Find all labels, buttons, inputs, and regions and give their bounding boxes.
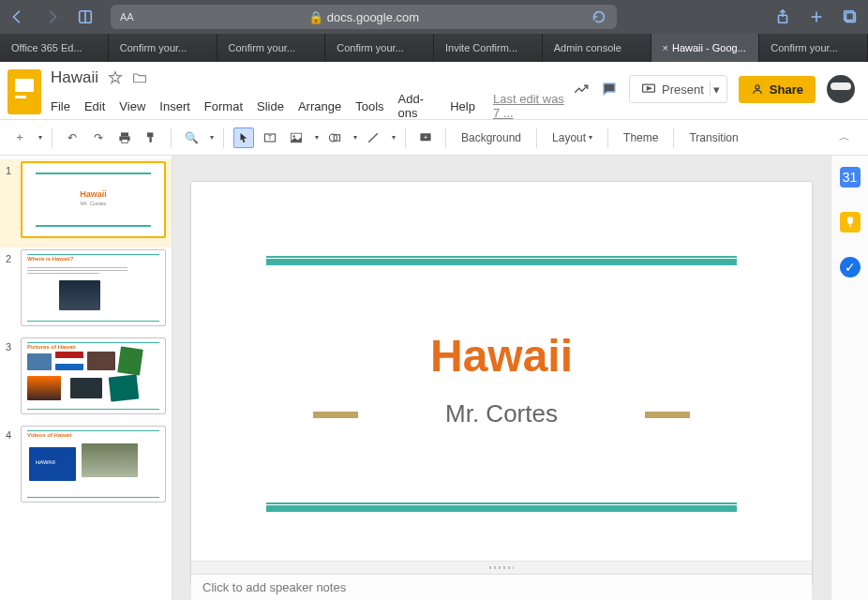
menu-insert[interactable]: Insert	[159, 99, 190, 113]
comments-icon[interactable]	[601, 81, 618, 98]
browser-tab[interactable]: Confirm your...	[217, 34, 326, 62]
menu-bar: File Edit View Insert Format Slide Arran…	[51, 92, 573, 120]
document-title[interactable]: Hawaii	[51, 68, 98, 87]
menu-edit[interactable]: Edit	[84, 99, 105, 113]
activity-icon[interactable]	[573, 81, 590, 98]
tab-label: Admin console	[554, 42, 621, 53]
thumb-heading: Videos of Hawaii	[27, 432, 72, 438]
hide-menus-button[interactable]: ︿	[834, 128, 855, 148]
reader-mode-icon[interactable]: AA	[120, 11, 134, 22]
browser-tab[interactable]: Admin console	[543, 34, 651, 62]
close-tab-icon[interactable]: ×	[663, 42, 668, 53]
browser-tab[interactable]: Confirm your...	[325, 34, 434, 62]
tasks-icon[interactable]: ✓	[840, 257, 861, 278]
slide-thumbnail[interactable]: 2 Where is Hawaii?	[0, 248, 172, 336]
last-edit-link[interactable]: Last edit was 7 ...	[493, 92, 573, 120]
new-slide-button[interactable]: ＋	[9, 128, 30, 148]
redo-button[interactable]: ↷	[88, 128, 109, 148]
move-folder-icon[interactable]	[132, 70, 147, 85]
slide-title[interactable]: Hawaii	[191, 330, 812, 382]
app-header: Hawaii File Edit View Insert Format Slid…	[0, 62, 868, 120]
svg-rect-26	[849, 225, 850, 228]
slide-thumbnail[interactable]: 4 Videos of Hawaii HAWAII	[0, 424, 172, 512]
menu-addons[interactable]: Add-ons	[398, 92, 437, 120]
present-label: Present	[662, 82, 704, 97]
new-slide-dropdown[interactable]: ▾	[38, 133, 42, 142]
background-button[interactable]: Background	[456, 131, 527, 144]
paint-format-button[interactable]	[141, 128, 161, 148]
decorative-dash	[645, 412, 690, 418]
present-dropdown[interactable]: ▾	[710, 82, 723, 97]
menu-view[interactable]: View	[119, 99, 145, 113]
svg-point-10	[756, 85, 759, 89]
theme-button[interactable]: Theme	[618, 131, 664, 144]
zoom-dropdown[interactable]: ▾	[210, 133, 214, 142]
slide-number: 3	[6, 338, 17, 414]
share-button[interactable]: Share	[739, 76, 816, 103]
add-comment-button[interactable]: +	[415, 128, 436, 148]
slide-subtitle[interactable]: Mr. Cortes	[191, 399, 812, 428]
star-icon[interactable]	[108, 70, 123, 85]
shape-dropdown[interactable]: ▾	[353, 133, 357, 142]
shape-tool[interactable]	[324, 128, 345, 148]
notes-resize-handle[interactable]	[191, 561, 812, 574]
svg-rect-15	[149, 137, 151, 142]
url-text: docs.google.com	[327, 10, 419, 24]
line-tool[interactable]	[363, 128, 383, 148]
menu-slide[interactable]: Slide	[257, 99, 284, 113]
browser-tab[interactable]: Office 365 Ed...	[0, 34, 109, 62]
line-dropdown[interactable]: ▾	[392, 133, 396, 142]
transition-button[interactable]: Transition	[683, 131, 743, 144]
browser-toolbar: AA 🔒 docs.google.com	[0, 0, 868, 34]
back-button[interactable]	[9, 8, 26, 25]
decorative-bar-top	[266, 259, 737, 265]
address-bar[interactable]: AA 🔒 docs.google.com	[111, 5, 617, 29]
menu-tools[interactable]: Tools	[355, 99, 383, 113]
slide-thumbnail[interactable]: 3 Pictures of Hawaii	[0, 336, 172, 424]
menu-format[interactable]: Format	[204, 99, 243, 113]
menu-arrange[interactable]: Arrange	[298, 99, 341, 113]
image-dropdown[interactable]: ▾	[315, 133, 319, 142]
account-avatar[interactable]	[827, 75, 855, 103]
share-icon[interactable]	[774, 8, 791, 25]
menu-help[interactable]: Help	[450, 99, 475, 113]
slides-logo-icon[interactable]	[7, 69, 41, 114]
browser-tab[interactable]: ×Hawaii - Goog...	[651, 34, 760, 62]
browser-tab[interactable]: Confirm your...	[109, 34, 217, 62]
lock-icon: 🔒	[308, 10, 323, 24]
tabs-overview-icon[interactable]	[842, 8, 859, 25]
svg-point-20	[292, 135, 294, 137]
layout-label: Layout	[552, 131, 586, 144]
slide-thumbnail[interactable]: 1 Hawaii Mr. Cortes	[0, 159, 172, 248]
zoom-button[interactable]: 🔍	[181, 128, 202, 148]
calendar-icon[interactable]: 31	[840, 167, 861, 188]
keep-icon[interactable]	[840, 212, 861, 232]
textbox-tool[interactable]: T	[260, 128, 280, 148]
layout-button[interactable]: Layout▾	[546, 131, 598, 144]
browser-tab[interactable]: Confirm your...	[759, 34, 868, 62]
share-label: Share	[770, 82, 803, 97]
browser-tab[interactable]: Invite Confirm...	[434, 34, 543, 62]
svg-marker-9	[647, 87, 651, 90]
image-tool[interactable]	[286, 128, 307, 148]
thumb-subtitle: Mr. Cortes	[22, 201, 164, 206]
select-tool[interactable]	[233, 128, 254, 148]
thumb-heading: Where is Hawaii?	[27, 256, 73, 262]
tab-label: Confirm your...	[229, 42, 296, 53]
print-button[interactable]	[114, 128, 135, 148]
menu-file[interactable]: File	[51, 99, 70, 113]
forward-button[interactable]	[43, 8, 60, 25]
slide-number: 2	[6, 249, 17, 326]
slide-canvas[interactable]: Hawaii Mr. Cortes	[191, 182, 812, 585]
undo-button[interactable]: ↶	[62, 128, 82, 148]
svg-line-23	[368, 133, 378, 142]
bookmarks-icon[interactable]	[77, 8, 94, 25]
thumb-heading: Pictures of Hawaii	[27, 344, 76, 350]
refresh-button[interactable]	[591, 8, 607, 25]
svg-text:+: +	[424, 132, 428, 141]
thumb-title: Hawaii	[22, 189, 164, 199]
present-button[interactable]: Present ▾	[629, 75, 727, 103]
speaker-notes-input[interactable]: Click to add speaker notes	[191, 574, 812, 600]
new-tab-button[interactable]	[808, 8, 825, 25]
notes-placeholder: Click to add speaker notes	[202, 580, 346, 594]
